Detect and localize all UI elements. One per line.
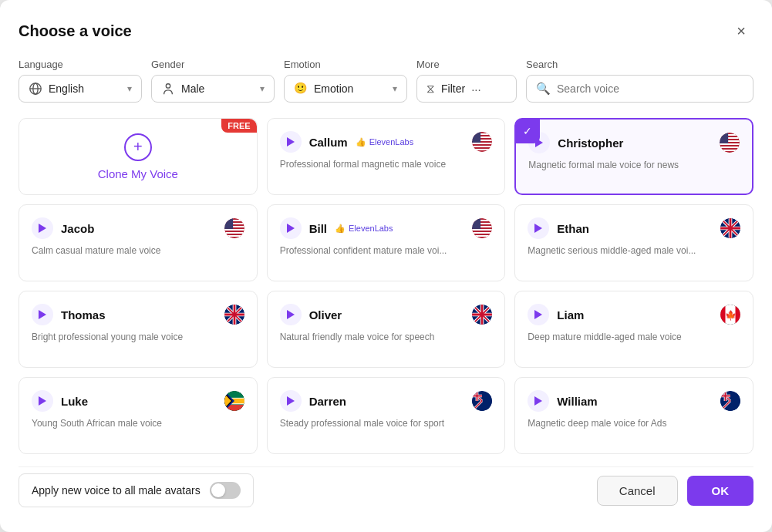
selected-check: ✓ — [515, 119, 540, 143]
play-icon — [39, 396, 46, 406]
voice-card[interactable]: Liam 🍁 Deep mature middle-aged male voic… — [514, 291, 753, 368]
voice-card[interactable]: Ethan Magnetic serious middle-aged male … — [514, 204, 753, 281]
language-value: English — [49, 82, 84, 95]
voice-card-left: Callum 👍ElevenLabs — [280, 131, 414, 153]
voice-card-left: Jacob — [32, 217, 94, 239]
voice-desc: Magnetic deep male voice for Ads — [528, 418, 740, 429]
gender-dropdown[interactable]: Male ▾ — [151, 75, 275, 103]
voice-flag — [224, 218, 244, 238]
cancel-button[interactable]: Cancel — [597, 476, 678, 506]
voice-card-top: Thomas — [32, 304, 244, 325]
clone-my-voice-card[interactable]: FREE + Clone My Voice — [19, 118, 258, 195]
svg-marker-4 — [287, 137, 295, 146]
svg-rect-11 — [472, 143, 492, 144]
voice-card-left: Liam — [528, 304, 584, 325]
play-button[interactable] — [528, 304, 549, 325]
voice-flag — [472, 218, 492, 238]
voice-name: Liam — [557, 308, 584, 322]
play-button[interactable] — [280, 390, 302, 412]
play-button[interactable] — [32, 217, 53, 239]
voice-flag: 🍁 — [720, 305, 740, 325]
gender-label: Gender — [151, 59, 275, 70]
svg-marker-84 — [534, 310, 542, 319]
gender-chevron: ▾ — [260, 83, 265, 94]
voice-card[interactable]: Oliver Natural friendly male voice for s… — [267, 291, 506, 368]
voice-name: Christopher — [558, 136, 623, 150]
voice-name: Callum — [309, 136, 348, 149]
play-button[interactable] — [280, 304, 302, 325]
voice-flag — [720, 133, 740, 153]
language-dropdown[interactable]: English ▾ — [19, 75, 142, 103]
language-label: Language — [19, 59, 142, 70]
voice-name: Oliver — [309, 308, 342, 322]
apply-toggle[interactable] — [210, 482, 241, 499]
play-button[interactable] — [32, 390, 53, 412]
voice-desc: Deep mature middle-aged male voice — [528, 332, 740, 342]
more-filter-group: More ⧖ Filter ··· — [416, 59, 517, 103]
footer-buttons: Cancel OK — [597, 476, 753, 506]
voice-card[interactable]: Darren Steady professional male voice fo… — [267, 377, 506, 454]
play-icon — [534, 396, 542, 406]
clone-icon: + — [124, 133, 152, 161]
play-button[interactable] — [32, 304, 53, 325]
svg-rect-47 — [472, 218, 480, 229]
voice-flag — [472, 391, 492, 411]
svg-marker-102 — [287, 396, 295, 406]
play-button[interactable] — [528, 217, 549, 239]
voice-desc: Professional confident mature male voi..… — [280, 245, 493, 256]
voice-card[interactable]: Bill 👍ElevenLabs Professional confident … — [267, 204, 506, 281]
svg-rect-12 — [472, 146, 492, 147]
more-dropdown[interactable]: ⧖ Filter ··· — [416, 75, 517, 103]
more-value: Filter — [441, 82, 465, 95]
thumbs-up-icon: 👍 — [356, 137, 366, 147]
free-badge: FREE — [221, 119, 256, 133]
elevenlabs-badge: 👍ElevenLabs — [356, 137, 414, 147]
svg-rect-25 — [720, 133, 728, 143]
voice-flag — [720, 391, 740, 411]
svg-marker-114 — [534, 396, 542, 406]
emotion-dropdown[interactable]: 🙂 Emotion ▾ — [284, 75, 407, 103]
apply-label: Apply new voice to all male avatars — [32, 484, 201, 497]
svg-rect-19 — [720, 134, 740, 136]
emotion-label: Emotion — [284, 59, 407, 70]
close-button[interactable]: × — [729, 19, 753, 43]
voice-desc: Professional formal magnetic male voice — [280, 159, 493, 170]
svg-rect-23 — [720, 146, 740, 148]
play-button[interactable] — [528, 390, 549, 412]
gender-value: Male — [181, 82, 204, 95]
voice-card-top: Jacob — [32, 217, 244, 239]
voice-desc: Magnetic serious middle-aged male voi... — [528, 245, 740, 256]
voice-card-left: Bill 👍ElevenLabs — [280, 217, 393, 239]
language-filter-group: Language English ▾ — [19, 59, 142, 103]
voice-card-left: Thomas — [32, 304, 106, 325]
svg-rect-36 — [224, 218, 233, 229]
voice-card[interactable]: Jacob Calm casual mature male voice — [19, 204, 258, 281]
voices-grid: FREE + Clone My Voice Callum 👍ElevenLabs… — [19, 118, 753, 454]
svg-rect-13 — [472, 149, 492, 150]
voice-desc: Young South African male voice — [32, 418, 244, 429]
play-icon — [287, 224, 295, 233]
footer-bar: Apply new voice to all male avatars Canc… — [19, 466, 753, 507]
voice-card[interactable]: Luke Young South African male voice — [19, 377, 258, 454]
voice-card-top: Ethan — [528, 217, 740, 239]
svg-rect-22 — [720, 143, 740, 145]
voice-card-left: William — [528, 390, 597, 412]
clone-label: Clone My Voice — [98, 167, 178, 180]
voice-card[interactable]: Callum 👍ElevenLabs Professional formal m… — [267, 118, 506, 195]
voice-card[interactable]: William Magnetic deep male voice for Ads — [514, 377, 753, 454]
play-icon — [534, 310, 542, 319]
svg-rect-8 — [472, 133, 492, 135]
funnel-icon: ⧖ — [426, 82, 435, 96]
ok-button[interactable]: OK — [687, 476, 754, 506]
voice-flag — [224, 305, 244, 325]
voice-card-left: Oliver — [280, 304, 342, 325]
voice-card[interactable]: ✓ Christopher Magnetic formal male voice… — [514, 118, 753, 195]
svg-rect-46 — [472, 235, 492, 237]
svg-text:🍁: 🍁 — [724, 309, 737, 321]
svg-marker-37 — [287, 224, 295, 233]
play-button[interactable] — [280, 217, 302, 239]
voice-card-top: Christopher — [528, 132, 740, 153]
play-button[interactable] — [280, 131, 302, 153]
search-input[interactable] — [557, 82, 743, 95]
voice-card[interactable]: Thomas Bright professional young male vo… — [19, 291, 258, 368]
